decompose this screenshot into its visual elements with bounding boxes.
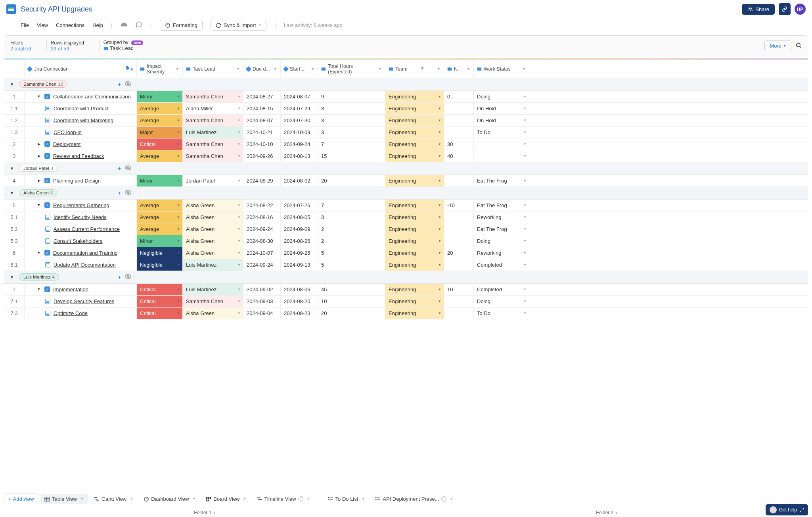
team-cell[interactable]: Engineering▼ — [385, 308, 444, 319]
impact-cell[interactable]: Negligible▼ — [137, 259, 183, 271]
hours-cell[interactable]: 5 — [318, 247, 385, 259]
sync-import-button[interactable]: Sync & Import ▼ — [211, 20, 267, 31]
team-cell[interactable]: Engineering▼ — [385, 200, 444, 211]
hours-cell[interactable]: 7 — [318, 200, 385, 211]
team-cell[interactable]: Engineering▼ — [385, 235, 444, 247]
chevron-down-icon[interactable]: ▼ — [9, 82, 15, 86]
impact-cell[interactable]: Major▼ — [137, 127, 183, 138]
table-row[interactable]: 1.3 CEO loop-in Major▼ Luis Martinez▼ 20… — [4, 127, 808, 138]
task-cell[interactable]: ▼ ✓ Collaboration and Communication — [25, 91, 137, 102]
status-cell[interactable]: To Do▼ — [474, 127, 529, 138]
n-cell[interactable]: 40 — [444, 150, 474, 162]
lead-cell[interactable]: Luis Martinez▼ — [183, 127, 243, 138]
chevron-down-icon[interactable]: ▼ — [36, 287, 41, 291]
user-avatar[interactable]: HP — [795, 4, 806, 15]
n-cell[interactable] — [444, 115, 474, 126]
col-lead[interactable]: Task Lead▼ — [183, 60, 243, 78]
due-cell[interactable]: 2024-09-26 — [243, 150, 281, 162]
team-cell[interactable]: Engineering▼ — [385, 103, 444, 114]
n-cell[interactable]: -10 — [444, 200, 474, 211]
team-cell[interactable]: Engineering▼ — [385, 150, 444, 162]
task-cell[interactable]: Develop Security Features — [25, 296, 137, 307]
col-impact[interactable]: Impact Severity▼ — [137, 60, 183, 78]
n-cell[interactable] — [444, 211, 474, 223]
impact-cell[interactable]: Critical▼ — [137, 308, 183, 319]
task-link[interactable]: Planning and Design — [53, 178, 101, 184]
table-row[interactable]: 2 ▶ ✓ Deployment Critical▼ Samantha Chen… — [4, 138, 808, 150]
hours-cell[interactable]: 3 — [318, 103, 385, 114]
table-row[interactable]: 7 ▼ ✓ Implementation Critical▼ Luis Mart… — [4, 284, 808, 296]
task-link[interactable]: Review and Feedback — [53, 153, 104, 159]
impact-cell[interactable]: Critical▼ — [137, 138, 183, 150]
impact-cell[interactable]: Average▼ — [137, 223, 183, 235]
hours-cell[interactable]: 20 — [318, 175, 385, 186]
n-cell[interactable] — [444, 308, 474, 319]
start-cell[interactable]: 2024-07-26 — [281, 200, 318, 211]
lead-cell[interactable]: Samantha Chen▼ — [183, 296, 243, 307]
task-link[interactable]: Coordinate with Product — [54, 106, 109, 111]
share-button[interactable]: Share — [742, 4, 775, 15]
status-cell[interactable]: Reworking▼ — [474, 211, 529, 223]
checkbox-icon[interactable]: ✓ — [44, 141, 50, 147]
search-icon[interactable] — [795, 42, 802, 50]
task-cell[interactable]: Update API Documentation — [25, 259, 137, 271]
task-link[interactable]: Optimize Code — [54, 310, 88, 316]
table-row[interactable]: 5.2 Assess Current Performance Average▼ … — [4, 223, 808, 235]
hide-icon[interactable] — [125, 273, 131, 281]
start-cell[interactable]: 2024-10-09 — [281, 127, 318, 138]
task-link[interactable]: Implementation — [53, 286, 88, 292]
team-cell[interactable]: Engineering▼ — [385, 247, 444, 259]
due-cell[interactable]: 2024-10-21 — [243, 127, 281, 138]
status-cell[interactable]: On Hold▼ — [474, 103, 529, 114]
checkbox-icon[interactable]: ✓ — [44, 250, 50, 256]
due-cell[interactable]: 2024-10-07 — [243, 247, 281, 259]
lead-cell[interactable]: Samantha Chen▼ — [183, 138, 243, 150]
n-cell[interactable]: 0 — [444, 91, 474, 102]
n-cell[interactable]: 10 — [444, 284, 474, 295]
lead-cell[interactable]: Aisha Green▼ — [183, 235, 243, 247]
n-cell[interactable] — [444, 296, 474, 307]
lead-cell[interactable]: Samantha Chen▼ — [183, 150, 243, 162]
table-row[interactable]: 1.2 Coordinate with Marketing Average▼ S… — [4, 115, 808, 127]
due-cell[interactable]: 2024-09-03 — [243, 296, 281, 307]
n-cell[interactable]: 20 — [444, 247, 474, 259]
status-cell[interactable]: On Hold▼ — [474, 115, 529, 126]
status-cell[interactable]: To Do▼ — [474, 308, 529, 319]
impact-cell[interactable]: Minor▼ — [137, 175, 183, 186]
col-team[interactable]: Team▼ — [385, 60, 444, 78]
impact-cell[interactable]: Negligible▼ — [137, 247, 183, 259]
start-cell[interactable]: 2024-08-13 — [281, 150, 318, 162]
chevron-down-icon[interactable]: ▼ — [36, 94, 41, 98]
status-cell[interactable]: Doing▼ — [474, 91, 529, 102]
due-cell[interactable]: 2024-09-24 — [243, 223, 281, 235]
impact-cell[interactable]: Critical▼ — [137, 296, 183, 307]
due-cell[interactable]: 2024-08-22 — [243, 200, 281, 211]
start-cell[interactable]: 2024-08-05 — [281, 211, 318, 223]
start-cell[interactable]: 2024-07-30 — [281, 115, 318, 126]
start-cell[interactable]: 2024-09-26 — [281, 247, 318, 259]
checkbox-icon[interactable]: ✓ — [44, 178, 50, 183]
more-button[interactable]: More ▼ — [764, 40, 791, 51]
task-cell[interactable]: ▶ ✓ Deployment — [25, 138, 137, 150]
table-row[interactable]: 7.2 Optimize Code Critical▼ Aisha Green▼… — [4, 308, 808, 319]
status-cell[interactable]: Eat The Frog▼ — [474, 200, 529, 211]
start-cell[interactable]: 2024-08-23 — [281, 308, 318, 319]
lead-cell[interactable]: Jordan Patel▼ — [183, 175, 243, 186]
filter-icon[interactable] — [420, 66, 425, 72]
team-cell[interactable]: Engineering▼ — [385, 211, 444, 223]
hours-cell[interactable]: 15 — [318, 150, 385, 162]
due-cell[interactable]: 2024-09-04 — [243, 308, 281, 319]
task-cell[interactable]: ▶ ✓ Planning and Design — [25, 175, 137, 186]
lead-cell[interactable]: Luis Martinez▼ — [183, 259, 243, 271]
task-cell[interactable]: ▼ ✓ Documentation and Training — [25, 247, 137, 259]
group-chip[interactable]: Aisha Green 6 — [19, 189, 57, 196]
menu-help[interactable]: Help — [92, 22, 103, 28]
impact-cell[interactable]: Average▼ — [137, 115, 183, 126]
status-cell[interactable]: ▼ — [474, 138, 529, 150]
team-cell[interactable]: Engineering▼ — [385, 115, 444, 126]
grouped-value[interactable]: Task Lead — [103, 45, 134, 51]
task-link[interactable]: Develop Security Features — [54, 298, 114, 304]
chevron-down-icon[interactable]: ▼ — [36, 203, 41, 207]
chevron-down-icon[interactable]: ▼ — [9, 166, 15, 171]
team-cell[interactable]: Engineering▼ — [385, 127, 444, 138]
